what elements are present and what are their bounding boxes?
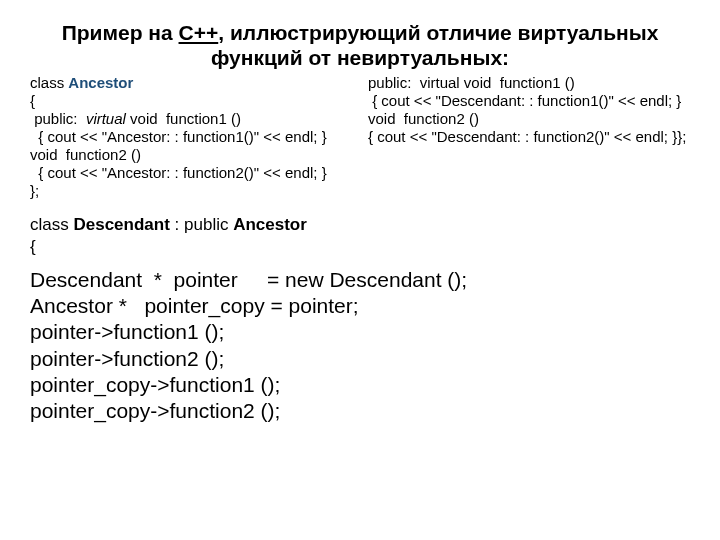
code-line: pointer->function1 (); bbox=[30, 319, 690, 345]
class-name: Ancestor bbox=[68, 74, 133, 91]
kw: class bbox=[30, 74, 68, 91]
code-right: public: virtual void function1 () { cout… bbox=[368, 74, 690, 200]
code-line: pointer->function2 (); bbox=[30, 346, 690, 372]
code-line: { bbox=[30, 92, 360, 110]
txt: public: bbox=[30, 110, 86, 127]
class-name: Ancestor bbox=[233, 215, 307, 234]
code-line: { cout << "Descendant: : function1()" <<… bbox=[368, 92, 690, 110]
code-line: Ancestor * pointer_copy = pointer; bbox=[30, 293, 690, 319]
code-usage: Descendant * pointer = new Descendant ()… bbox=[30, 267, 690, 425]
code-line: { cout << "Descendant: : function2()" <<… bbox=[368, 128, 690, 146]
code-line: pointer_copy->function1 (); bbox=[30, 372, 690, 398]
txt: : public bbox=[170, 215, 233, 234]
code-line: { bbox=[30, 236, 690, 257]
title-underlined: C++ bbox=[179, 21, 219, 44]
code-line: }; bbox=[30, 182, 360, 200]
code-line: { cout << "Ancestor: : function1()" << e… bbox=[30, 128, 360, 146]
code-line: public: virtual void function1 () bbox=[368, 74, 690, 92]
code-line: void function2 () bbox=[368, 110, 690, 128]
txt: void function1 () bbox=[126, 110, 241, 127]
code-columns: class Ancestor { public: virtual void fu… bbox=[30, 74, 690, 200]
page-title: Пример на C++, иллюстрирующий отличие ви… bbox=[30, 20, 690, 70]
class-name: Descendant bbox=[73, 215, 169, 234]
title-part2: , иллюстрирующий отличие виртуальных фун… bbox=[211, 21, 658, 69]
code-line: public: virtual void function1 () bbox=[30, 110, 360, 128]
txt: class bbox=[30, 215, 73, 234]
virtual-kw: virtual bbox=[86, 110, 126, 127]
code-descendant-decl: class Descendant : public Ancestor { bbox=[30, 214, 690, 257]
title-part1: Пример на bbox=[62, 21, 179, 44]
code-line: { cout << "Ancestor: : function2()" << e… bbox=[30, 164, 360, 182]
code-line: class Ancestor bbox=[30, 74, 360, 92]
code-line: void function2 () bbox=[30, 146, 360, 164]
code-left: class Ancestor { public: virtual void fu… bbox=[30, 74, 360, 200]
code-line: class Descendant : public Ancestor bbox=[30, 214, 690, 235]
code-line: pointer_copy->function2 (); bbox=[30, 398, 690, 424]
code-line: Descendant * pointer = new Descendant ()… bbox=[30, 267, 690, 293]
